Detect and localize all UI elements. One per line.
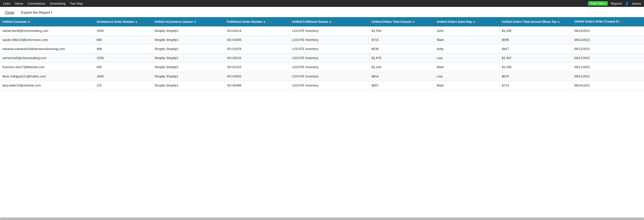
cell-sales_rep: Mark xyxy=(434,63,499,72)
cell-ecom_source: Shopify Shopify2 xyxy=(152,27,224,36)
cell-fulfill_source: LOCATE Inventory xyxy=(290,27,369,36)
cell-fulfill_num: SO-01855 xyxy=(224,35,289,44)
cell-order_num: 231 xyxy=(94,81,152,90)
modal-header: Close Export the Report xyxy=(0,7,644,17)
cell-customer: sarah.miller22@omicroninc.com xyxy=(0,35,94,44)
cell-total_minus_tax: $1,397 xyxy=(499,54,572,63)
table-row: eduardo.edwards30@lanmanufacturing.com96… xyxy=(0,44,644,53)
chevron-down-icon: ▾ xyxy=(604,2,605,5)
cell-total_minus_tax: $678 xyxy=(499,72,572,81)
cell-customer: tara.keller10@chisolar.com xyxy=(0,81,94,90)
cell-fulfill_num: SO-03123 xyxy=(224,54,289,63)
cell-order_num: 1593 xyxy=(94,27,152,36)
cell-total_minus_tax: $1,036 xyxy=(499,63,572,72)
nav-links[interactable]: Links xyxy=(3,2,10,6)
nav-right: Free Trial ▾ Reports 👤 James xyxy=(588,1,641,6)
col-header-customer[interactable]: Unified Customer ⇅ xyxy=(0,17,94,27)
cell-fulfill_source: LOCATE Inventory xyxy=(290,72,369,81)
nav-reports[interactable]: Reports xyxy=(611,2,622,6)
cell-fulfill_num: SO-01976 xyxy=(224,44,289,53)
table-row: francisco.lee17@lilasolar.com645Shopify … xyxy=(0,63,644,72)
report-table: Unified Customer ⇅eCommerce Order Number… xyxy=(0,17,644,90)
table-row: tara.keller10@chisolar.com231Shopify Sho… xyxy=(0,81,644,90)
cell-total_minus_tax: $1,295 xyxy=(499,27,572,36)
cell-order_num: 968 xyxy=(94,44,152,53)
modal: Close Export the Report xyxy=(0,7,644,217)
cell-ecom_source: Shopify Shopify2 xyxy=(152,63,224,72)
cell-fulfill_source: LOCATE Inventory xyxy=(290,44,369,53)
cell-ecom_source: Shopify Shopify1 xyxy=(152,72,224,81)
col-header-sales_rep[interactable]: Unified Orders Sales Rep ⇅ xyxy=(434,17,499,27)
table-row: sarah.miller22@omicroninc.com895Shopify … xyxy=(0,35,644,44)
cell-total: $857 xyxy=(369,81,434,90)
sort-icon-customer: ⇅ xyxy=(28,20,30,24)
cell-total: $536 xyxy=(369,44,434,53)
col-header-total[interactable]: Unified Orders Total Amount ⇅ xyxy=(369,17,434,27)
cell-fulfill_source: LOCATE Inventory xyxy=(290,35,369,44)
cell-sales_rep: Kelly xyxy=(434,44,499,53)
export-button[interactable]: Export the Report xyxy=(21,10,52,15)
cell-ecom_source: Shopify Shopify2 xyxy=(152,44,224,53)
free-trial-button[interactable]: Free Trial ▾ xyxy=(588,1,608,6)
cell-order_num: 1600 xyxy=(94,72,152,81)
cell-customer: rachel.lee39@chiconsulting.com xyxy=(0,27,94,36)
nav-two-way[interactable]: Two Way xyxy=(70,2,83,6)
cell-sales_rep: Lisa xyxy=(434,54,499,63)
table-row: ilene.rodriguez11@hvitinc.com1600Shopify… xyxy=(0,72,644,81)
col-header-fulfill_num[interactable]: Fulfillment Order Number ⇅ xyxy=(224,17,289,27)
table-container: Unified Customer ⇅eCommerce Order Number… xyxy=(0,17,644,90)
cell-fulfill_num: SO-00486 xyxy=(224,81,289,90)
table-header: Unified Customer ⇅eCommerce Order Number… xyxy=(0,17,644,27)
cell-fulfill_num: SO-03262 xyxy=(224,72,289,81)
col-header-created_at[interactable]: Unified Orders Order Created At ↓ xyxy=(572,17,644,27)
cell-order_num: 1536 xyxy=(94,54,152,63)
cell-fulfill_source: LOCATE Inventory xyxy=(290,81,369,90)
cell-created_at: 08/12/2021 xyxy=(572,44,644,53)
cell-fulfill_num: SO-01310 xyxy=(224,63,289,72)
nav-user-icon: 👤 xyxy=(625,2,629,6)
cell-customer: eduardo.edwards30@lanmanufacturing.com xyxy=(0,44,94,53)
header-row: Unified Customer ⇅eCommerce Order Number… xyxy=(0,17,644,27)
cell-total: $1,676 xyxy=(369,54,434,63)
close-link[interactable]: Close xyxy=(5,10,14,15)
sort-icon-fulfill_source: ⇅ xyxy=(329,20,331,24)
col-header-fulfill_source[interactable]: Unified Fulfillment Source ⇅ xyxy=(290,17,369,27)
nav-connections[interactable]: Connections xyxy=(28,2,45,6)
sort-icon-total: ⇅ xyxy=(412,20,414,24)
cell-total_minus_tax: $596 xyxy=(499,35,572,44)
table-row: rachel.lee39@chiconsulting.com1593Shopif… xyxy=(0,27,644,36)
cell-created_at: 08/12/2021 xyxy=(572,35,644,44)
cell-customer: rachel.lee5@chiconsulting.com xyxy=(0,54,94,63)
col-header-ecom_source[interactable]: Unified eCommerce Source ⇅ xyxy=(152,17,224,27)
cell-sales_rep: Mark xyxy=(434,35,499,44)
nav-scheduling[interactable]: Scheduling xyxy=(50,2,65,6)
cell-ecom_source: Shopify Shopify1 xyxy=(152,81,224,90)
sort-icon-ecom_source: ⇅ xyxy=(194,20,196,24)
sort-icon-order_num: ⇅ xyxy=(135,20,137,24)
nav-home[interactable]: Home xyxy=(15,2,23,6)
cell-created_at: 08/11/2021 xyxy=(572,63,644,72)
table-row: rachel.lee5@chiconsulting.com1536Shopify… xyxy=(0,54,644,63)
sort-icon-fulfill_num: ⇅ xyxy=(263,20,265,24)
cell-created_at: 08/12/2021 xyxy=(572,27,644,36)
col-header-order_num[interactable]: eCommerce Order Number ⇅ xyxy=(94,17,152,27)
cell-sales_rep: Mark xyxy=(434,81,499,90)
col-header-total_minus_tax[interactable]: Unified Orders Total Amount Minus Tax ⇅ xyxy=(499,17,572,27)
cell-ecom_source: Shopify Shopify1 xyxy=(152,54,224,63)
sort-icon-total_minus_tax: ⇅ xyxy=(558,20,560,24)
cell-order_num: 895 xyxy=(94,35,152,44)
cell-fulfill_source: LOCATE Inventory xyxy=(290,54,369,63)
cell-order_num: 645 xyxy=(94,63,152,72)
nav-user[interactable]: James xyxy=(632,2,641,6)
cell-total: $814 xyxy=(369,72,434,81)
cell-customer: francisco.lee17@lilasolar.com xyxy=(0,63,94,72)
top-nav: Links Home Connections Scheduling Two Wa… xyxy=(0,0,644,7)
cell-ecom_source: Shopify Shopify1 xyxy=(152,35,224,44)
cell-sales_rep: John xyxy=(434,27,499,36)
sort-icon-sales_rep: ⇅ xyxy=(473,20,475,24)
table-body: rachel.lee39@chiconsulting.com1593Shopif… xyxy=(0,27,644,90)
cell-total: $1,243 xyxy=(369,63,434,72)
cell-sales_rep: Lisa xyxy=(434,72,499,81)
cell-total_minus_tax: $714 xyxy=(499,81,572,90)
cell-customer: ilene.rodriguez11@hvitinc.com xyxy=(0,72,94,81)
